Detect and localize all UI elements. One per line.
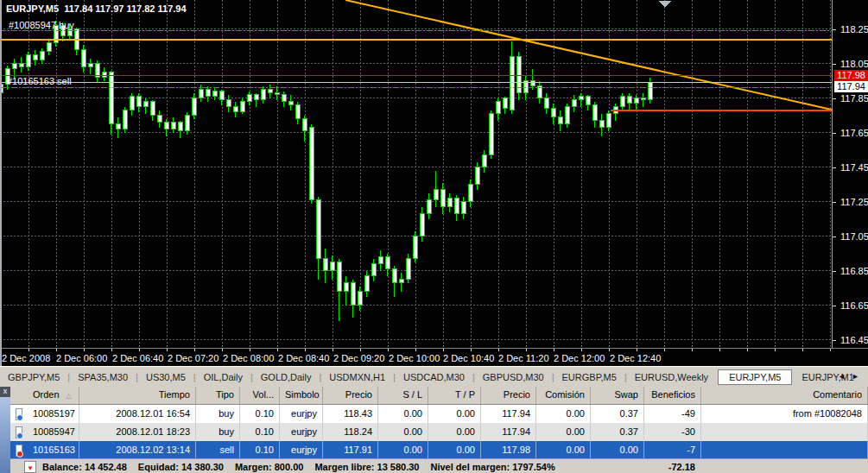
- chart-grid: [0, 0, 832, 347]
- time-tick-mark: [333, 349, 333, 351]
- time-tick-label: 2 Dec 09:20: [333, 353, 384, 363]
- tab-scroll-right-icon[interactable]: ►: [852, 372, 859, 381]
- terminal-side-strip: x: [0, 386, 10, 473]
- sell-dot-icon: [16, 451, 23, 457]
- time-tick-mark: [29, 349, 29, 351]
- column-header-swap[interactable]: Swap: [591, 386, 644, 404]
- column-header-simbolo[interactable]: Simbolo: [280, 386, 323, 404]
- close-icon[interactable]: x: [0, 386, 10, 397]
- cell-swap: 0.00: [591, 441, 644, 459]
- column-header-comisi-n[interactable]: Comisión: [536, 386, 591, 404]
- cell-t-p: 0.00: [428, 441, 481, 459]
- order-type-icon: [10, 423, 28, 441]
- time-tick-mark: [222, 349, 223, 351]
- cell-simbolo: eurjpy: [280, 405, 323, 423]
- price-tick-label: 117.85: [840, 93, 868, 104]
- time-tick-mark: [56, 349, 57, 351]
- time-tick-mark: [277, 349, 278, 351]
- balance-segment: Nivel del margen: 1797.54%: [430, 462, 554, 472]
- time-tick-mark: [581, 349, 582, 351]
- cell-tipo: sell: [196, 441, 240, 459]
- time-tick-label: 2 Dec 06:00: [56, 353, 107, 363]
- tab-usdcad-m30[interactable]: USDCAD,M30: [396, 370, 472, 384]
- cell-t-p: 0.00: [428, 423, 481, 441]
- time-tick-label: 2 Dec 07:20: [168, 353, 219, 363]
- cell-vol-: 0.10: [240, 423, 280, 441]
- balance-segment: Margen: 800.00: [235, 462, 303, 472]
- chart-ohlc-label: EURJPY,M5 117.84 117.97 117.82 117.94: [6, 3, 187, 14]
- cell-precio: 118.43: [323, 405, 378, 423]
- tab-eurgbp-m5[interactable]: EURGBP,M5: [554, 370, 624, 384]
- tab-eurusd-weekly[interactable]: EURUSD,Weekly: [627, 370, 716, 384]
- tab-eurjpy-m5[interactable]: EURJPY,M5: [718, 369, 792, 385]
- time-tick-label: 2 Dec 11:20: [498, 353, 549, 363]
- price-axis[interactable]: 118.25118.05117.85117.65117.45117.25117.…: [832, 0, 868, 348]
- orders-table-body: 100851972008.12.01 16:54buy0.10eurjpy118…: [10, 405, 868, 459]
- time-tick-mark: [498, 349, 499, 351]
- cell-vol-: 0.10: [240, 441, 280, 459]
- price-tick-label: 116.65: [840, 300, 868, 311]
- cell-t-p: 0.00: [428, 405, 481, 423]
- time-tick-mark: [305, 349, 306, 351]
- price-tick-label: 117.25: [840, 197, 868, 207]
- tab-spa35-m30[interactable]: SPA35,M30: [70, 370, 136, 384]
- tab-scroll-left-icon[interactable]: ◄: [838, 372, 846, 381]
- order-row[interactable]: 101651632008.12.02 13:14sell0.10eurjpy11…: [10, 441, 868, 459]
- time-tick-mark: [526, 349, 527, 351]
- cell-precio: 118.24: [323, 423, 378, 441]
- column-header-tipo[interactable]: Tipo: [196, 386, 240, 404]
- cell-swap: 0.37: [591, 405, 644, 423]
- time-tick-label: 2 Dec 06:40: [112, 353, 163, 363]
- column-header-orden[interactable]: Orden△: [28, 386, 79, 404]
- price-tick-mark: [833, 271, 836, 272]
- price-tick-mark: [833, 98, 836, 99]
- cell-orden: 10085197: [28, 405, 79, 423]
- order-type-icon: [10, 405, 28, 423]
- column-header-t-p[interactable]: T / P: [428, 386, 481, 404]
- column-header-beneficios[interactable]: Beneficios: [644, 386, 701, 404]
- time-tick-label: 2 Dec 12:00: [554, 353, 605, 363]
- order-row[interactable]: 100851972008.12.01 16:54buy0.10eurjpy118…: [10, 405, 868, 423]
- tab-gbpjpy-m5[interactable]: GBPJPY,M5: [0, 370, 67, 384]
- time-tick-mark: [802, 349, 803, 351]
- cell-beneficios: -49: [644, 405, 701, 423]
- time-tick-mark: [360, 349, 361, 351]
- time-axis[interactable]: 2 Dec 20082 Dec 06:002 Dec 06:402 Dec 07…: [0, 348, 868, 367]
- column-header-tiempo[interactable]: Tiempo: [79, 386, 196, 404]
- time-tick-mark: [388, 349, 389, 351]
- cell-precio: 117.98: [481, 441, 536, 459]
- cell-beneficios: -30: [644, 423, 701, 441]
- tab-gold-daily[interactable]: GOLD,Daily: [253, 370, 320, 384]
- price-tick-label: 117.05: [840, 231, 868, 242]
- time-tick-mark: [443, 349, 444, 351]
- price-tick-mark: [833, 64, 836, 65]
- cell-tiempo: 2008.12.01 16:54: [79, 405, 196, 423]
- cell-comentario: [701, 441, 868, 459]
- tab-us30-m5[interactable]: US30,M5: [138, 370, 193, 384]
- tab-gbpusd-m30[interactable]: GBPUSD,M30: [475, 370, 552, 384]
- time-tick-mark: [747, 349, 748, 351]
- price-tick-label: 116.45: [840, 335, 868, 345]
- total-profit: -72.18: [632, 462, 695, 472]
- column-header-precio[interactable]: Precio: [323, 386, 378, 404]
- trade-tab-icon[interactable]: ▼: [24, 461, 36, 473]
- cell-simbolo: eurjpy: [280, 441, 323, 459]
- cell-s-l: 0.00: [378, 441, 428, 459]
- chart-area[interactable]: EURJPY,M5 117.84 117.97 117.82 117.94 #1…: [0, 0, 832, 348]
- price-tick-label: 118.05: [840, 59, 868, 69]
- price-tick-mark: [833, 202, 836, 203]
- time-tick-label: 2 Dec 2008: [2, 353, 50, 363]
- tab-oil-daily[interactable]: OIL,Daily: [196, 370, 250, 384]
- column-header-comentario[interactable]: Comentario: [701, 386, 868, 404]
- column-header-s-l[interactable]: S / L: [378, 386, 428, 404]
- column-header-icon: [10, 386, 28, 404]
- candlestick-chart[interactable]: [0, 0, 832, 348]
- order-row[interactable]: 100859472008.12.01 18:23buy0.10eurjpy118…: [10, 423, 868, 441]
- sort-asc-icon: △: [67, 392, 72, 400]
- time-tick-label: 2 Dec 08:40: [278, 353, 329, 363]
- column-header-vol-[interactable]: Vol...: [240, 386, 280, 404]
- tab-usdmxn-h1[interactable]: USDMXN,H1: [321, 370, 393, 384]
- buy-order-chart-label: #10085947 buy: [9, 20, 74, 30]
- cell-tiempo: 2008.12.01 18:23: [79, 423, 196, 441]
- column-header-precio[interactable]: Precio: [481, 386, 536, 404]
